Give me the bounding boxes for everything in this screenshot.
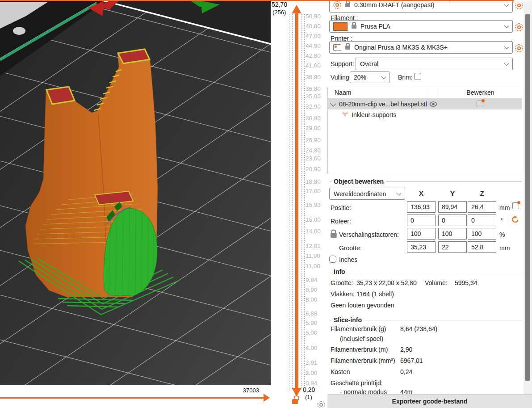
layer-slider-top-handle[interactable] <box>292 5 302 13</box>
slice-info-row-label: Filamentverbruik (mm³) <box>331 357 395 364</box>
object-edit-legend: Object bewerken <box>329 178 522 185</box>
slice-info-title: Slice-info <box>331 316 364 324</box>
layer-tick-label: 6,88 <box>306 310 317 317</box>
export-gcode-button[interactable]: Exporteer gcode-bestand <box>327 394 532 408</box>
visibility-column <box>426 87 439 98</box>
slice-info-row-value: 8,64 (238,64) <box>400 325 437 332</box>
layer-max-number: (256) <box>272 9 286 16</box>
layer-tick-label: 2,00 <box>306 370 317 376</box>
layer-tick-label: 24,80 <box>306 147 321 154</box>
uniform-scale-lock-icon[interactable] <box>331 233 337 238</box>
slice-info-row-value: 6967,01 <box>400 357 423 364</box>
cutoff-element <box>513 0 530 3</box>
slider-gear-icon[interactable] <box>317 401 325 408</box>
tick-marks <box>289 14 289 391</box>
axis-header-y: Y <box>438 189 467 197</box>
layer-tick-label: 47,00 <box>306 33 321 39</box>
object-sub-row[interactable]: Inkleur-supports <box>328 109 522 120</box>
info-volume-value: 5995,34 <box>455 279 478 286</box>
layer-tick-label: 20,90 <box>306 166 321 172</box>
position-label: Positie: <box>331 204 351 211</box>
layer-tick-label: 4,00 <box>306 345 317 351</box>
layer-tick-label: 29,00 <box>306 125 321 131</box>
layer-tick-label: 5,00 <box>306 329 317 336</box>
layer-tick-label: 5,90 <box>306 320 317 326</box>
size-unit: mm <box>499 244 510 252</box>
layer-tick-label: 18,80 <box>306 178 321 185</box>
size-y-input[interactable] <box>438 241 467 253</box>
horizontal-move-slider-area: 37003 <box>0 385 271 408</box>
layer-tick-label: 35,00 <box>306 93 321 100</box>
layer-slider-bar[interactable] <box>295 13 298 388</box>
size-z-input[interactable] <box>468 241 496 253</box>
paint-supports-icon <box>342 111 348 119</box>
layer-tick-label: 23,00 <box>306 155 321 162</box>
layer-tick-label: 8,00 <box>306 296 317 303</box>
tick-marks <box>301 14 302 389</box>
horizontal-slider-arrow-icon[interactable] <box>264 394 270 402</box>
rotate-x-input[interactable] <box>407 215 436 226</box>
unlock-icon[interactable] <box>292 399 298 404</box>
eye-icon[interactable] <box>429 101 437 107</box>
scale-unit: % <box>499 231 505 238</box>
object-row[interactable]: 08-20mm-clip ve...bel haspel.stl <box>328 98 522 109</box>
printer-combo[interactable]: Original Prusa i3 MK3S & MK3S+ <box>329 41 513 54</box>
brim-checkbox[interactable] <box>414 73 421 80</box>
rotate-label: Roteer: <box>331 218 351 225</box>
layer-current-height: 0,20 <box>303 386 315 393</box>
reset-rotation-icon[interactable] <box>511 215 519 223</box>
slice-info-legend: Slice-info <box>329 316 522 324</box>
info-errors-text: Geen fouten gevonden <box>331 302 394 309</box>
infill-combo[interactable]: 20% <box>350 72 390 83</box>
rotate-z-input[interactable] <box>468 215 496 226</box>
layer-tick-label: 11,00 <box>306 263 320 269</box>
inches-checkbox[interactable] <box>329 256 336 263</box>
layer-tick-label: 2,91 <box>306 359 317 366</box>
edit-column-header[interactable]: Bewerken <box>439 89 522 96</box>
layer-tick-label: 38,90 <box>306 74 321 80</box>
layer-tick-label: 15,98 <box>306 202 321 208</box>
support-combo[interactable]: Overal <box>356 58 513 70</box>
edit-object-icon[interactable] <box>477 101 483 107</box>
coordinate-system-value: Wereldcoördinaten <box>334 190 386 198</box>
position-unit: mm <box>499 204 510 211</box>
settings-panel: 0.30mm DRAFT (aangepast) Filament : Prus… <box>327 0 524 394</box>
expand-chevron-icon[interactable] <box>330 100 336 106</box>
slice-info-row-label: Filamentverbruik (g) <box>331 325 386 332</box>
export-gcode-label: Exporteer gcode-bestand <box>392 398 468 405</box>
drop-to-bed-icon[interactable] <box>512 202 519 209</box>
sliced-model-preview <box>0 0 271 385</box>
gcode-move-count: 37003 <box>243 387 259 394</box>
chevron-down-icon <box>504 44 509 49</box>
layer-tick-label: 9,84 <box>306 277 317 283</box>
brim-label: Brim: <box>398 74 413 81</box>
preset-lock-icon <box>352 25 356 29</box>
layer-tick-label: 12,81 <box>306 243 321 249</box>
tick-marks <box>292 14 293 389</box>
3d-viewport[interactable] <box>0 0 271 385</box>
scale-y-input[interactable] <box>438 228 467 240</box>
rotate-y-input[interactable] <box>438 215 467 226</box>
position-y-input[interactable] <box>438 201 467 213</box>
name-column-header[interactable]: Naam <box>328 89 426 96</box>
layer-max-height: 52,70 <box>272 1 287 8</box>
layer-tick-label: 15,00 <box>306 216 321 223</box>
filament-edit-gear-icon[interactable] <box>515 23 523 31</box>
printer-edit-gear-icon[interactable] <box>515 44 523 52</box>
scrollbar-thumb[interactable] <box>525 14 530 381</box>
object-list-header: Naam Bewerken <box>328 87 522 98</box>
chevron-down-icon <box>396 190 401 195</box>
scale-x-input[interactable] <box>407 228 436 240</box>
chevron-down-icon <box>504 61 509 66</box>
layer-tick-label: 30,80 <box>306 115 321 122</box>
horizontal-slider-track[interactable] <box>0 397 264 399</box>
infill-value: 20% <box>354 74 366 81</box>
scale-z-input[interactable] <box>468 228 496 240</box>
coordinate-system-combo[interactable]: Wereldcoördinaten <box>329 188 405 200</box>
size-x-input[interactable] <box>407 241 436 253</box>
infill-label: Vulling: <box>331 74 351 81</box>
filament-combo[interactable]: Prusa PLA <box>329 20 513 33</box>
position-x-input[interactable] <box>407 201 436 213</box>
position-z-input[interactable] <box>468 201 496 213</box>
object-list: Naam Bewerken 08-20mm-clip ve...bel hasp… <box>327 87 522 174</box>
